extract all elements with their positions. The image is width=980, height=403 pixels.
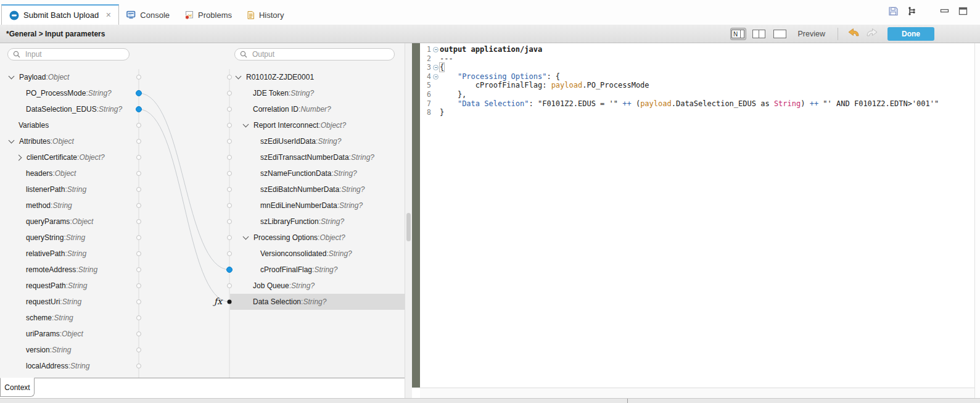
redo-icon[interactable] [865,28,879,40]
line-number: 4 [420,72,431,81]
code-text: } [440,108,444,117]
mapping-anchor[interactable] [137,316,141,320]
code-line-5[interactable]: 5 cProofFinalFlag: payload.PO_ProcessMod… [420,81,974,90]
breadcrumb: *General > Input parameters [6,30,105,38]
mapping-anchor[interactable] [228,252,232,256]
mapping-anchor[interactable] [137,188,141,192]
mapping-anchor[interactable] [137,204,141,208]
editor-hscrollbar[interactable] [420,388,974,398]
line-number: 5 [420,81,431,90]
history-icon [247,10,255,20]
context-tab-strip [0,378,405,398]
fx-expression-icon[interactable]: ƒx [214,296,222,306]
mapping-anchor[interactable] [137,139,141,144]
code-line-8[interactable]: 8} [420,108,974,117]
fold-gutter-empty [431,108,440,117]
close-icon[interactable]: ✕ [105,11,111,19]
mapping-anchor[interactable] [228,236,232,240]
code-text: cProofFinalFlag: payload.PO_ProcessMode [440,81,649,90]
mapping-anchor[interactable] [228,91,232,96]
tab-context[interactable]: Context [0,378,35,397]
svg-text:N: N [733,31,738,38]
mapping-anchor[interactable] [137,123,141,128]
collapse-fold-icon[interactable] [433,65,439,70]
mapping-anchor-linked[interactable] [136,91,142,96]
mapping-panel: Payload : ObjectPO_ProcessMode : String?… [0,43,405,398]
mapping-anchor[interactable] [228,123,232,128]
view-menu-tree-icon[interactable] [907,6,916,19]
tab-label: Problems [198,10,232,20]
mapping-anchor[interactable] [228,204,232,208]
mapping-anchor[interactable] [137,348,141,352]
mapping-anchor[interactable] [137,156,141,160]
tab-problems[interactable]: Problems [177,5,239,25]
line-number: 8 [420,108,431,117]
code-line-3[interactable]: 3{ [420,63,974,72]
fold-gutter [431,45,440,54]
layout-source-and-code-button[interactable]: N [730,28,746,40]
mapping-anchor[interactable] [137,236,141,240]
mapping-anchor[interactable] [228,172,232,176]
fold-gutter-empty [431,90,440,99]
mapping-anchor[interactable] [228,156,232,160]
layout-split-button[interactable] [751,28,767,40]
minimize-icon[interactable] [940,6,949,19]
mapping-anchor-linked[interactable] [227,267,233,273]
mapping-anchor-linked[interactable] [136,107,142,112]
status-strip-divider [627,399,628,403]
tab-submit-batch-upload[interactable]: Submit Batch Upload ✕ [1,4,119,25]
code-line-6[interactable]: 6 }, [420,90,974,99]
code-text: }, [440,90,466,99]
collapse-fold-icon[interactable] [433,74,439,80]
mapping-anchor[interactable] [228,284,232,288]
preview-button[interactable]: Preview [798,30,825,38]
editor-tab-bar: Submit Batch Upload ✕ Console Problems H… [0,0,980,25]
mapping-connection[interactable] [139,109,229,302]
fold-gutter-empty [431,99,440,109]
code-text: { [440,63,444,72]
mapper-scrollbar[interactable] [405,43,412,398]
mapping-anchor-expression[interactable] [228,300,232,304]
code-text: "Data Selection": "F0101Z2.EDUS = '" ++ … [440,99,939,109]
mapping-anchor[interactable] [137,252,141,256]
fold-gutter-empty [431,81,440,90]
code-line-2[interactable]: 2--- [420,54,974,64]
mapping-anchor[interactable] [137,172,141,176]
layout-single-button[interactable] [772,28,788,40]
undo-icon[interactable] [847,28,860,40]
mapping-anchor[interactable] [137,220,141,224]
tab-label: Submit Batch Upload [23,10,99,20]
dataweave-code-editor[interactable]: 1output application/java2---3{4 "Process… [420,43,974,398]
code-line-7[interactable]: 7 "Data Selection": "F0101Z2.EDUS = '" +… [420,99,974,109]
mapping-anchor[interactable] [137,75,141,80]
code-text: output application/java [440,45,542,54]
editor-annotation-bar [412,43,420,388]
scrollbar-thumb[interactable] [406,213,411,241]
transform-icon [9,10,19,20]
code-line-4[interactable]: 4 "Processing Options": { [420,72,974,81]
mapping-anchor[interactable] [137,300,141,304]
mapping-anchor[interactable] [228,75,232,80]
mapping-anchor[interactable] [137,268,141,272]
main-area: Payload : ObjectPO_ProcessMode : String?… [0,43,980,398]
mapping-anchor[interactable] [137,332,141,336]
code-line-1[interactable]: 1output application/java [420,45,974,54]
mapping-anchor[interactable] [228,220,232,224]
line-number: 2 [420,54,431,64]
mapping-anchor[interactable] [137,364,141,368]
mapping-anchor[interactable] [228,188,232,192]
tab-console[interactable]: Console [119,5,177,25]
mapping-connection[interactable] [139,93,229,270]
code-lines: 1output application/java2---3{4 "Process… [420,45,974,117]
save-icon[interactable] [888,6,898,19]
mapping-anchor[interactable] [137,284,141,288]
mapping-anchor[interactable] [228,139,232,144]
tab-history[interactable]: History [239,5,291,25]
editor-vscrollbar[interactable] [974,43,980,398]
transform-editor-window: Submit Batch Upload ✕ Console Problems H… [0,0,980,403]
done-button[interactable]: Done [887,27,934,41]
code-text: --- [440,54,453,64]
maximize-icon[interactable] [958,6,968,19]
mapping-anchor[interactable] [228,107,232,112]
collapse-fold-icon[interactable] [433,47,439,52]
